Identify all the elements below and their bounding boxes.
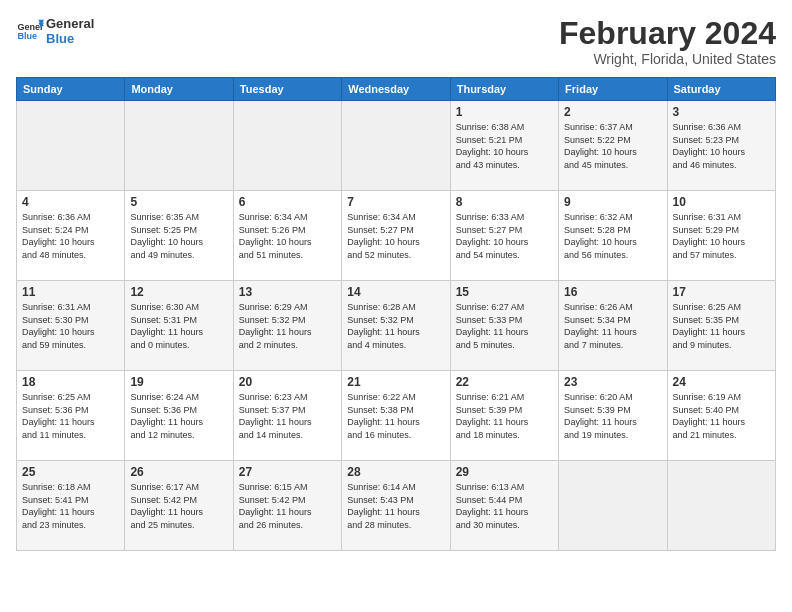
- location-title: Wright, Florida, United States: [559, 51, 776, 67]
- col-friday: Friday: [559, 78, 667, 101]
- cell-w1-d4: [342, 101, 450, 191]
- week-row-3: 11Sunrise: 6:31 AM Sunset: 5:30 PM Dayli…: [17, 281, 776, 371]
- calendar-header-row: Sunday Monday Tuesday Wednesday Thursday…: [17, 78, 776, 101]
- calendar-table: Sunday Monday Tuesday Wednesday Thursday…: [16, 77, 776, 551]
- cell-w1-d7: 3Sunrise: 6:36 AM Sunset: 5:23 PM Daylig…: [667, 101, 775, 191]
- week-row-4: 18Sunrise: 6:25 AM Sunset: 5:36 PM Dayli…: [17, 371, 776, 461]
- logo-icon: General Blue: [16, 17, 44, 45]
- day-info-18: Sunrise: 6:25 AM Sunset: 5:36 PM Dayligh…: [22, 391, 119, 441]
- day-info-23: Sunrise: 6:20 AM Sunset: 5:39 PM Dayligh…: [564, 391, 661, 441]
- day-number-27: 27: [239, 465, 336, 479]
- day-number-7: 7: [347, 195, 444, 209]
- cell-w4-d4: 21Sunrise: 6:22 AM Sunset: 5:38 PM Dayli…: [342, 371, 450, 461]
- cell-w4-d2: 19Sunrise: 6:24 AM Sunset: 5:36 PM Dayli…: [125, 371, 233, 461]
- day-number-2: 2: [564, 105, 661, 119]
- day-info-12: Sunrise: 6:30 AM Sunset: 5:31 PM Dayligh…: [130, 301, 227, 351]
- day-number-19: 19: [130, 375, 227, 389]
- cell-w2-d7: 10Sunrise: 6:31 AM Sunset: 5:29 PM Dayli…: [667, 191, 775, 281]
- cell-w2-d5: 8Sunrise: 6:33 AM Sunset: 5:27 PM Daylig…: [450, 191, 558, 281]
- day-info-22: Sunrise: 6:21 AM Sunset: 5:39 PM Dayligh…: [456, 391, 553, 441]
- day-number-9: 9: [564, 195, 661, 209]
- cell-w5-d1: 25Sunrise: 6:18 AM Sunset: 5:41 PM Dayli…: [17, 461, 125, 551]
- cell-w3-d7: 17Sunrise: 6:25 AM Sunset: 5:35 PM Dayli…: [667, 281, 775, 371]
- cell-w5-d2: 26Sunrise: 6:17 AM Sunset: 5:42 PM Dayli…: [125, 461, 233, 551]
- day-info-5: Sunrise: 6:35 AM Sunset: 5:25 PM Dayligh…: [130, 211, 227, 261]
- day-info-7: Sunrise: 6:34 AM Sunset: 5:27 PM Dayligh…: [347, 211, 444, 261]
- cell-w1-d2: [125, 101, 233, 191]
- svg-text:Blue: Blue: [17, 31, 37, 41]
- day-number-21: 21: [347, 375, 444, 389]
- day-number-20: 20: [239, 375, 336, 389]
- cell-w1-d5: 1Sunrise: 6:38 AM Sunset: 5:21 PM Daylig…: [450, 101, 558, 191]
- day-number-3: 3: [673, 105, 770, 119]
- day-info-3: Sunrise: 6:36 AM Sunset: 5:23 PM Dayligh…: [673, 121, 770, 171]
- day-number-22: 22: [456, 375, 553, 389]
- day-info-28: Sunrise: 6:14 AM Sunset: 5:43 PM Dayligh…: [347, 481, 444, 531]
- cell-w4-d6: 23Sunrise: 6:20 AM Sunset: 5:39 PM Dayli…: [559, 371, 667, 461]
- cell-w2-d3: 6Sunrise: 6:34 AM Sunset: 5:26 PM Daylig…: [233, 191, 341, 281]
- day-info-25: Sunrise: 6:18 AM Sunset: 5:41 PM Dayligh…: [22, 481, 119, 531]
- day-number-14: 14: [347, 285, 444, 299]
- cell-w3-d6: 16Sunrise: 6:26 AM Sunset: 5:34 PM Dayli…: [559, 281, 667, 371]
- cell-w2-d4: 7Sunrise: 6:34 AM Sunset: 5:27 PM Daylig…: [342, 191, 450, 281]
- day-number-13: 13: [239, 285, 336, 299]
- day-info-11: Sunrise: 6:31 AM Sunset: 5:30 PM Dayligh…: [22, 301, 119, 351]
- cell-w3-d1: 11Sunrise: 6:31 AM Sunset: 5:30 PM Dayli…: [17, 281, 125, 371]
- col-wednesday: Wednesday: [342, 78, 450, 101]
- cell-w1-d6: 2Sunrise: 6:37 AM Sunset: 5:22 PM Daylig…: [559, 101, 667, 191]
- day-number-6: 6: [239, 195, 336, 209]
- day-info-15: Sunrise: 6:27 AM Sunset: 5:33 PM Dayligh…: [456, 301, 553, 351]
- day-info-19: Sunrise: 6:24 AM Sunset: 5:36 PM Dayligh…: [130, 391, 227, 441]
- day-info-21: Sunrise: 6:22 AM Sunset: 5:38 PM Dayligh…: [347, 391, 444, 441]
- cell-w5-d4: 28Sunrise: 6:14 AM Sunset: 5:43 PM Dayli…: [342, 461, 450, 551]
- cell-w2-d2: 5Sunrise: 6:35 AM Sunset: 5:25 PM Daylig…: [125, 191, 233, 281]
- day-number-18: 18: [22, 375, 119, 389]
- day-number-1: 1: [456, 105, 553, 119]
- day-info-13: Sunrise: 6:29 AM Sunset: 5:32 PM Dayligh…: [239, 301, 336, 351]
- cell-w3-d2: 12Sunrise: 6:30 AM Sunset: 5:31 PM Dayli…: [125, 281, 233, 371]
- day-number-29: 29: [456, 465, 553, 479]
- cell-w1-d3: [233, 101, 341, 191]
- cell-w2-d6: 9Sunrise: 6:32 AM Sunset: 5:28 PM Daylig…: [559, 191, 667, 281]
- col-saturday: Saturday: [667, 78, 775, 101]
- day-info-17: Sunrise: 6:25 AM Sunset: 5:35 PM Dayligh…: [673, 301, 770, 351]
- day-number-26: 26: [130, 465, 227, 479]
- logo: General Blue General Blue: [16, 16, 94, 46]
- logo-line1: General: [46, 16, 94, 31]
- day-number-4: 4: [22, 195, 119, 209]
- cell-w2-d1: 4Sunrise: 6:36 AM Sunset: 5:24 PM Daylig…: [17, 191, 125, 281]
- day-info-2: Sunrise: 6:37 AM Sunset: 5:22 PM Dayligh…: [564, 121, 661, 171]
- week-row-2: 4Sunrise: 6:36 AM Sunset: 5:24 PM Daylig…: [17, 191, 776, 281]
- day-number-15: 15: [456, 285, 553, 299]
- day-number-11: 11: [22, 285, 119, 299]
- day-info-26: Sunrise: 6:17 AM Sunset: 5:42 PM Dayligh…: [130, 481, 227, 531]
- cell-w5-d5: 29Sunrise: 6:13 AM Sunset: 5:44 PM Dayli…: [450, 461, 558, 551]
- day-number-10: 10: [673, 195, 770, 209]
- week-row-5: 25Sunrise: 6:18 AM Sunset: 5:41 PM Dayli…: [17, 461, 776, 551]
- cell-w5-d7: [667, 461, 775, 551]
- cell-w3-d4: 14Sunrise: 6:28 AM Sunset: 5:32 PM Dayli…: [342, 281, 450, 371]
- day-info-1: Sunrise: 6:38 AM Sunset: 5:21 PM Dayligh…: [456, 121, 553, 171]
- cell-w5-d6: [559, 461, 667, 551]
- col-tuesday: Tuesday: [233, 78, 341, 101]
- day-info-9: Sunrise: 6:32 AM Sunset: 5:28 PM Dayligh…: [564, 211, 661, 261]
- title-area: February 2024 Wright, Florida, United St…: [559, 16, 776, 67]
- day-number-23: 23: [564, 375, 661, 389]
- day-info-6: Sunrise: 6:34 AM Sunset: 5:26 PM Dayligh…: [239, 211, 336, 261]
- day-number-17: 17: [673, 285, 770, 299]
- day-number-5: 5: [130, 195, 227, 209]
- cell-w4-d1: 18Sunrise: 6:25 AM Sunset: 5:36 PM Dayli…: [17, 371, 125, 461]
- cell-w4-d5: 22Sunrise: 6:21 AM Sunset: 5:39 PM Dayli…: [450, 371, 558, 461]
- day-number-8: 8: [456, 195, 553, 209]
- day-info-27: Sunrise: 6:15 AM Sunset: 5:42 PM Dayligh…: [239, 481, 336, 531]
- month-title: February 2024: [559, 16, 776, 51]
- header: General Blue General Blue February 2024 …: [16, 16, 776, 67]
- day-number-16: 16: [564, 285, 661, 299]
- day-number-25: 25: [22, 465, 119, 479]
- day-info-4: Sunrise: 6:36 AM Sunset: 5:24 PM Dayligh…: [22, 211, 119, 261]
- day-number-24: 24: [673, 375, 770, 389]
- day-info-8: Sunrise: 6:33 AM Sunset: 5:27 PM Dayligh…: [456, 211, 553, 261]
- day-info-20: Sunrise: 6:23 AM Sunset: 5:37 PM Dayligh…: [239, 391, 336, 441]
- day-info-29: Sunrise: 6:13 AM Sunset: 5:44 PM Dayligh…: [456, 481, 553, 531]
- week-row-1: 1Sunrise: 6:38 AM Sunset: 5:21 PM Daylig…: [17, 101, 776, 191]
